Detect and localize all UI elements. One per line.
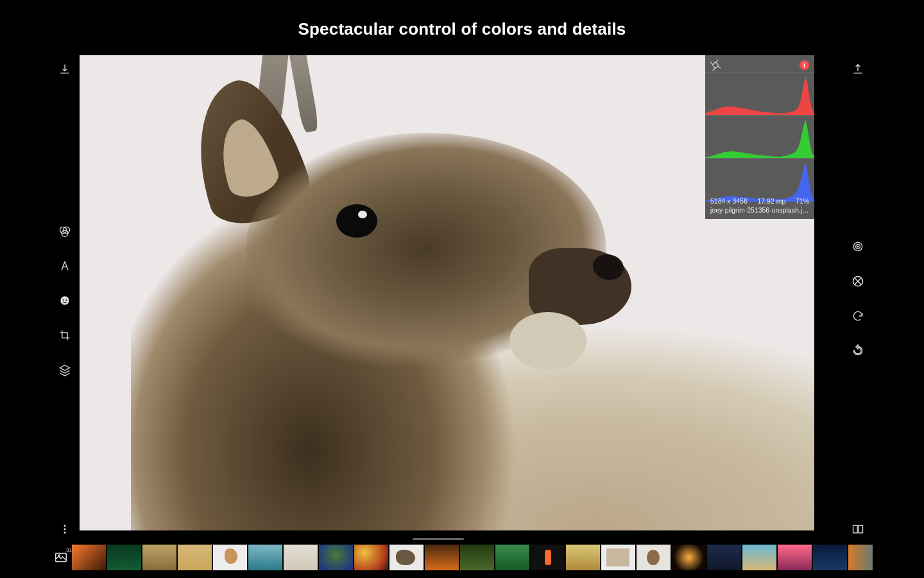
thumbnail[interactable] <box>142 545 176 570</box>
collapse-icon[interactable] <box>710 60 721 70</box>
thumbnail[interactable] <box>848 545 873 570</box>
export-icon[interactable] <box>849 60 867 78</box>
svg-point-4 <box>63 299 64 301</box>
thumbnail[interactable] <box>672 545 706 570</box>
thumbnail[interactable] <box>495 545 529 570</box>
thumbnail[interactable] <box>637 545 671 570</box>
undo-icon[interactable] <box>849 307 867 325</box>
image-metadata: 5184 x 3456 17.92 mp 71% joey-pilgrim-25… <box>705 194 814 219</box>
thumbnail[interactable] <box>319 545 353 570</box>
svg-point-19 <box>58 555 60 557</box>
filmstrip-scrollbar[interactable] <box>51 538 873 541</box>
thumbnail[interactable] <box>178 545 212 570</box>
thumbnail[interactable] <box>213 545 247 570</box>
svg-point-5 <box>66 299 67 301</box>
filters-icon[interactable] <box>56 222 74 240</box>
import-icon[interactable] <box>56 60 74 78</box>
thumbnail[interactable] <box>566 545 600 570</box>
info-badge-icon[interactable]: i <box>800 60 809 70</box>
svg-marker-16 <box>705 119 814 159</box>
histogram-panel: i 5184 x 3456 17.92 mp 71% joey-pilgrim-… <box>705 55 814 219</box>
compare-icon[interactable] <box>849 272 867 290</box>
thumbnail[interactable] <box>107 545 141 570</box>
crop-icon[interactable] <box>56 326 74 344</box>
svg-rect-13 <box>853 525 858 533</box>
thumbnail[interactable] <box>425 545 459 570</box>
more-icon[interactable] <box>56 520 74 538</box>
face-icon[interactable] <box>56 292 74 310</box>
focus-icon[interactable] <box>849 238 867 256</box>
filmstrip-count-badge: 31 <box>66 547 72 553</box>
image-filename: joey-pilgrim-251356-unsplash.jpg <box>710 206 809 215</box>
svg-marker-15 <box>705 76 814 116</box>
thumbnail[interactable] <box>354 545 388 570</box>
thumbnail[interactable] <box>707 545 741 570</box>
image-canvas[interactable]: i 5184 x 3456 17.92 mp 71% joey-pilgrim-… <box>80 55 814 530</box>
thumbnail[interactable] <box>72 545 106 570</box>
thumbnail[interactable] <box>742 545 776 570</box>
thumbnail[interactable] <box>389 545 424 570</box>
text-icon[interactable] <box>56 257 74 275</box>
layers-icon[interactable] <box>56 361 74 379</box>
image-dimensions: 5184 x 3456 <box>710 197 748 206</box>
marketing-headline: Spectacular control of colors and detail… <box>0 19 924 39</box>
image-zoom: 71% <box>796 197 809 206</box>
thumbnail[interactable] <box>248 545 282 570</box>
thumbnail[interactable] <box>601 545 635 570</box>
histogram-red <box>705 72 814 115</box>
svg-rect-14 <box>859 525 863 533</box>
thumbnail[interactable] <box>460 545 494 570</box>
svg-point-11 <box>857 246 859 247</box>
histogram-green <box>705 115 814 158</box>
photo-deer <box>80 55 814 530</box>
svg-point-3 <box>60 296 69 304</box>
filmstrip-toggle-icon[interactable]: 31 <box>51 545 71 570</box>
svg-point-8 <box>64 532 65 533</box>
thumbnail[interactable] <box>813 545 847 570</box>
filmstrip: 31 <box>51 542 873 573</box>
panels-icon[interactable] <box>849 520 867 538</box>
thumbnail[interactable] <box>531 545 565 570</box>
svg-point-6 <box>64 525 65 527</box>
svg-point-7 <box>64 529 65 530</box>
thumbnail[interactable] <box>778 545 812 570</box>
reset-icon[interactable] <box>849 342 867 360</box>
thumbnail[interactable] <box>284 545 318 570</box>
image-megapixels: 17.92 mp <box>758 197 786 206</box>
